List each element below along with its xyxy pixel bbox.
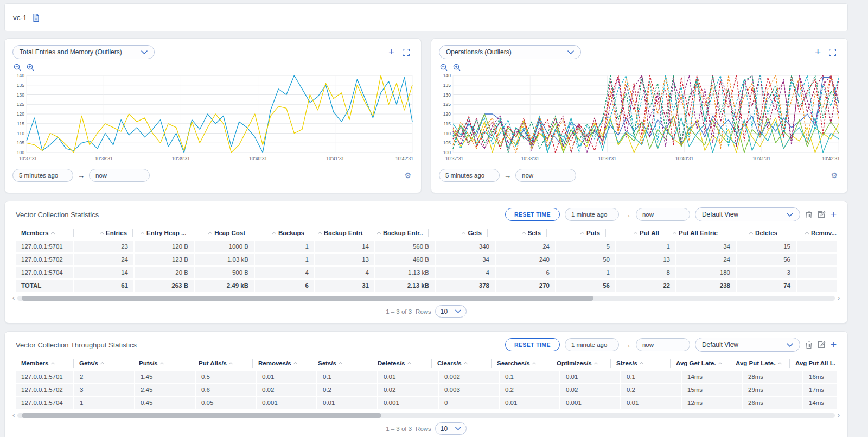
- zoom-out-icon[interactable]: [14, 64, 22, 72]
- column-header[interactable]: Put All Entries: [665, 229, 724, 237]
- scrollbar-track[interactable]: [17, 296, 834, 301]
- time-to-input[interactable]: [515, 169, 576, 182]
- table-row[interactable]: 127.0.0.1:570123120 B1000 B114560 B34024…: [16, 241, 837, 252]
- table-cell: 28ms: [743, 371, 802, 383]
- column-header[interactable]: Put All: [605, 229, 665, 237]
- metric-select[interactable]: Total Entries and Memory (Outliers): [12, 45, 155, 59]
- scroll-right-icon[interactable]: ›: [838, 295, 840, 301]
- zoom-in-icon[interactable]: [27, 64, 35, 72]
- column-header[interactable]: Avg Put All L...: [789, 359, 837, 368]
- chevron-down-icon: [455, 427, 461, 430]
- sort-caret-icon: [778, 362, 782, 365]
- column-header[interactable]: Puts: [546, 229, 605, 237]
- table-cell: 1.13 kB: [375, 267, 435, 278]
- table-row[interactable]: 127.0.0.1:57041420 B500 B441.13 kB461818…: [16, 267, 837, 278]
- line-chart-operations[interactable]: 14013513012512011511010510010:37:3110:38…: [439, 73, 841, 163]
- scrollbar-thumb[interactable]: [22, 413, 381, 418]
- column-header[interactable]: Backups: [251, 229, 310, 237]
- scroll-left-icon[interactable]: ‹: [12, 295, 15, 301]
- column-header-label: Avg Get Late...: [676, 360, 716, 366]
- line-chart-entries-memory[interactable]: 14013513012512011511010510010:37:3110:38…: [12, 73, 414, 163]
- edit-icon[interactable]: [818, 210, 826, 219]
- table-row[interactable]: 127.0.0.1:570224123 B1.03 kB113460 B3424…: [16, 254, 837, 265]
- add-chart-plus-icon[interactable]: +: [388, 48, 394, 56]
- table-cell: 14ms: [682, 371, 742, 383]
- time-to-input[interactable]: [89, 169, 150, 182]
- metric-select[interactable]: Operations/s (Outliers): [439, 45, 581, 59]
- column-header[interactable]: Avg Put Late...: [730, 359, 789, 368]
- column-header[interactable]: Deletes: [724, 229, 783, 237]
- column-header[interactable]: Sets/s: [312, 359, 372, 368]
- column-header[interactable]: Deletes/s: [372, 359, 431, 368]
- sort-caret-icon: [377, 231, 381, 235]
- page-size-select[interactable]: 10: [435, 305, 467, 318]
- column-header[interactable]: Avg Get Late...: [670, 359, 730, 368]
- table-cell: 14: [315, 241, 374, 252]
- expand-icon[interactable]: [828, 48, 837, 56]
- table-cell: 56: [737, 254, 796, 265]
- column-header[interactable]: Removes/s: [252, 359, 312, 368]
- scroll-left-icon[interactable]: ‹: [12, 413, 15, 418]
- column-header[interactable]: Members: [16, 359, 73, 368]
- sort-caret-icon: [50, 231, 54, 235]
- table-row[interactable]: 127.0.0.1:570232.450.60.020.20.020.0030.…: [16, 384, 837, 396]
- column-header[interactable]: Put Alls/s: [193, 359, 252, 368]
- page-size-select[interactable]: 10: [435, 422, 467, 435]
- scrollbar-thumb[interactable]: [22, 296, 593, 301]
- column-header-label: Put All Entries: [679, 230, 718, 236]
- table-cell: [797, 267, 837, 278]
- add-table-plus-icon[interactable]: +: [831, 341, 837, 349]
- sort-caret-icon: [208, 231, 212, 235]
- time-from-input[interactable]: [565, 338, 619, 351]
- scrollbar-track[interactable]: [17, 413, 834, 418]
- svg-text:10:40:31: 10:40:31: [675, 156, 693, 161]
- settings-gear-icon[interactable]: ⚙: [404, 171, 411, 180]
- table-cell: 0.003: [439, 384, 499, 396]
- table-row[interactable]: 127.0.0.1:570121.450.50.010.10.010.0020.…: [16, 371, 837, 383]
- column-header[interactable]: Remov...: [783, 229, 837, 237]
- reset-time-button[interactable]: RESET TIME: [505, 338, 560, 351]
- reset-time-button[interactable]: RESET TIME: [505, 208, 560, 221]
- expand-icon[interactable]: [402, 48, 410, 56]
- table-cell: 1.45: [135, 371, 195, 383]
- column-header[interactable]: Sizes/s: [610, 359, 670, 368]
- trash-icon[interactable]: [805, 340, 813, 349]
- table-cell: 34: [436, 254, 495, 265]
- time-from-input[interactable]: [439, 169, 500, 182]
- edit-icon[interactable]: [818, 340, 826, 349]
- add-table-plus-icon[interactable]: +: [831, 211, 837, 218]
- column-header[interactable]: Gets/s: [73, 359, 133, 368]
- column-header-label: Gets: [468, 230, 482, 236]
- time-to-input[interactable]: [636, 338, 690, 351]
- zoom-in-icon[interactable]: [453, 64, 461, 72]
- table-row[interactable]: TOTAL61263 B2.49 kB6312.13 kB37827056222…: [16, 280, 837, 292]
- column-header[interactable]: Optimizes/s: [551, 359, 610, 368]
- table-row[interactable]: 127.0.0.1:570410.450.050.0010.010.00100.…: [16, 397, 837, 409]
- column-header[interactable]: Puts/s: [133, 359, 193, 368]
- time-from-input[interactable]: [12, 169, 73, 182]
- column-header[interactable]: Sets: [487, 229, 546, 237]
- zoom-out-icon[interactable]: [440, 64, 448, 72]
- table-cell: 127.0.0.1:5702: [16, 384, 73, 396]
- settings-gear-icon[interactable]: ⚙: [831, 171, 838, 180]
- view-select[interactable]: Default View: [695, 207, 800, 221]
- column-header[interactable]: Clears/s: [431, 359, 491, 368]
- scroll-right-icon[interactable]: ›: [838, 413, 840, 418]
- add-chart-plus-icon[interactable]: +: [815, 48, 821, 56]
- column-header-label: Searches/s: [497, 360, 530, 366]
- column-header[interactable]: Entry Heap ...: [132, 229, 192, 237]
- document-icon[interactable]: [32, 13, 40, 22]
- table-cell: 0.01: [257, 371, 316, 383]
- trash-icon[interactable]: [805, 210, 813, 219]
- column-header[interactable]: Heap Cost: [192, 229, 251, 237]
- column-header[interactable]: Backup Entri...: [310, 229, 369, 237]
- time-to-input[interactable]: [636, 208, 690, 221]
- column-header[interactable]: Searches/s: [491, 359, 551, 368]
- column-header[interactable]: Backup Entr...: [369, 229, 428, 237]
- view-select[interactable]: Default View: [695, 338, 800, 352]
- column-header[interactable]: Members: [16, 229, 73, 237]
- table-cell: 17ms: [803, 384, 837, 396]
- column-header[interactable]: Entries: [73, 229, 132, 237]
- time-from-input[interactable]: [565, 208, 619, 221]
- column-header[interactable]: Gets: [428, 229, 487, 237]
